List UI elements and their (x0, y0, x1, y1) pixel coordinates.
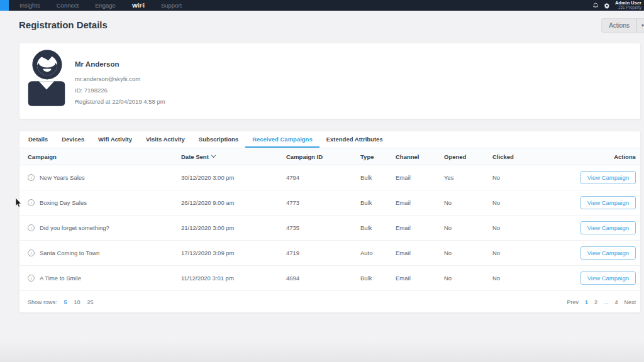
view-campaign-button[interactable]: View Campaign (580, 272, 636, 285)
avatar (26, 49, 67, 107)
pagination-page-1[interactable]: 1 (585, 299, 588, 305)
info-circle-icon[interactable] (28, 275, 35, 282)
tab-wifi-activity[interactable]: Wifi Activity (91, 131, 139, 148)
info-circle-icon[interactable] (28, 174, 35, 181)
pagination-ellipsis: ... (604, 299, 609, 305)
actions-split-button[interactable]: Actions ▾ (601, 18, 644, 33)
rows-option-10[interactable]: 10 (74, 299, 80, 305)
tab-extended-attributes[interactable]: Extended Attributes (319, 131, 390, 148)
nav-right-controls: Admin User 151 Property (592, 1, 644, 10)
channel-cell: Email (396, 275, 444, 282)
campaign-cell: Boxing Day Sales (28, 199, 181, 206)
tab-visits-activity[interactable]: Visits Activity (139, 131, 192, 148)
info-circle-icon[interactable] (28, 250, 35, 256)
campaign-id-cell: 4735 (286, 224, 360, 231)
campaign-cell: New Years Sales (28, 174, 181, 181)
account-property: 151 Property (615, 6, 641, 10)
clicked-cell: No (492, 250, 575, 256)
registrant-profile-card: Mr Anderson mr.anderson@skyfii.com ID: 7… (19, 43, 641, 119)
opened-cell: Yes (444, 174, 492, 181)
channel-cell: Email (396, 250, 444, 256)
view-campaign-button[interactable]: View Campaign (580, 171, 636, 184)
bell-icon[interactable] (592, 3, 599, 9)
campaign-id-cell: 4719 (286, 250, 360, 256)
date-sent-cell: 26/12/2020 9:00 am (181, 199, 286, 206)
pagination-next[interactable]: Next (624, 299, 636, 305)
type-cell: Bulk (360, 199, 396, 206)
tab-received-campaigns[interactable]: Received Campaigns (245, 131, 319, 148)
campaign-id-cell: 4794 (286, 174, 360, 181)
clicked-cell: No (492, 199, 575, 206)
col-header-date-sent-label: Date Sent (181, 153, 209, 160)
col-header-clicked: Clicked (492, 153, 575, 160)
registrant-registered-at: Registered at 22/04/2019 4:58 pm (75, 98, 165, 105)
type-cell: Bulk (360, 275, 396, 282)
view-campaign-button[interactable]: View Campaign (580, 221, 636, 234)
col-header-actions: Actions (614, 153, 636, 160)
tab-details[interactable]: Details (21, 131, 55, 148)
channel-cell: Email (396, 224, 444, 231)
info-circle-icon[interactable] (28, 224, 35, 231)
nav-item-wifi[interactable]: WiFi (132, 2, 145, 9)
table-footer: Show rows: 5 10 25 Prev 1 2 ... 4 Next (19, 291, 640, 313)
campaign-id-cell: 4694 (286, 275, 360, 282)
campaign-cell: Santa Coming to Town (28, 250, 181, 256)
clicked-cell: No (492, 174, 575, 181)
gear-icon[interactable] (604, 3, 610, 9)
registrant-email: mr.anderson@skyfii.com (75, 75, 165, 82)
campaign-cell: A Time to Smile (28, 275, 181, 282)
nav-item-engage[interactable]: Engage (95, 2, 116, 9)
col-header-opened: Opened (444, 153, 492, 160)
nav-item-connect[interactable]: Connect (57, 2, 79, 9)
registrant-details: Mr Anderson mr.anderson@skyfii.com ID: 7… (75, 60, 165, 109)
campaign-name: Did you forget something? (40, 224, 109, 231)
show-rows-control: Show rows: 5 10 25 (28, 299, 94, 305)
registrant-id: ID: 7198226 (75, 87, 165, 94)
channel-cell: Email (396, 199, 444, 206)
campaign-name: Boxing Day Sales (40, 199, 87, 206)
type-cell: Auto (360, 250, 396, 256)
rows-option-5[interactable]: 5 (64, 299, 67, 305)
tab-devices[interactable]: Devices (55, 131, 91, 148)
registrant-name: Mr Anderson (75, 60, 165, 68)
col-header-date-sent[interactable]: Date Sent (181, 153, 286, 160)
tab-subscriptions[interactable]: Subscriptions (192, 131, 245, 148)
opened-cell: No (444, 224, 492, 231)
caret-down-icon[interactable]: ▾ (637, 19, 644, 32)
col-header-type: Type (360, 153, 396, 160)
page-title: Registration Details (19, 19, 108, 30)
campaign-name: A Time to Smile (40, 275, 81, 282)
date-sent-cell: 21/12/2020 3:00 pm (181, 224, 286, 231)
app-screen: Insights Connect Engage WiFi Support Adm… (0, 0, 644, 362)
channel-cell: Email (396, 174, 444, 181)
chevron-down-icon (211, 153, 216, 158)
table-row: Did you forget something? 21/12/2020 3:0… (19, 216, 640, 241)
detail-tabs: Details Devices Wifi Activity Visits Act… (19, 131, 640, 148)
table-row: Santa Coming to Town 17/12/2020 3:09 pm … (19, 241, 640, 266)
account-info[interactable]: Admin User 151 Property (615, 1, 641, 10)
pagination: Prev 1 2 ... 4 Next (567, 299, 636, 305)
pagination-page-4[interactable]: 4 (614, 299, 618, 305)
campaigns-card: Details Devices Wifi Activity Visits Act… (19, 131, 641, 313)
nav-item-insights[interactable]: Insights (19, 2, 40, 9)
pagination-page-2[interactable]: 2 (594, 299, 597, 305)
date-sent-cell: 30/12/2020 3:00 pm (181, 174, 286, 181)
actions-button-label[interactable]: Actions (602, 19, 636, 32)
show-rows-label: Show rows: (28, 299, 57, 305)
clicked-cell: No (492, 224, 575, 231)
view-campaign-button[interactable]: View Campaign (580, 196, 636, 209)
top-navbar: Insights Connect Engage WiFi Support Adm… (0, 0, 644, 11)
campaign-cell: Did you forget something? (28, 224, 181, 231)
campaign-name: New Years Sales (40, 174, 85, 181)
nav-item-support[interactable]: Support (161, 2, 182, 9)
primary-nav: Insights Connect Engage WiFi Support (19, 2, 182, 9)
campaign-id-cell: 4773 (286, 199, 360, 206)
type-cell: Bulk (360, 224, 396, 231)
date-sent-cell: 17/12/2020 3:09 pm (181, 250, 286, 256)
info-circle-icon[interactable] (28, 199, 35, 206)
rows-option-25[interactable]: 25 (87, 299, 94, 305)
view-campaign-button[interactable]: View Campaign (580, 246, 636, 260)
pagination-prev[interactable]: Prev (567, 299, 579, 305)
brand-logo[interactable] (0, 0, 9, 11)
date-sent-cell: 11/12/2020 3:01 pm (181, 275, 286, 282)
